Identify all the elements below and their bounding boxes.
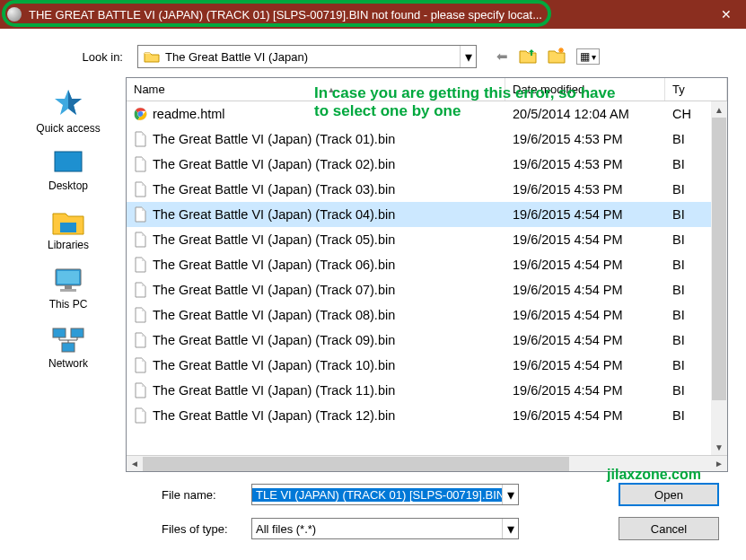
svg-rect-6 — [60, 223, 76, 232]
filter-value: All files (*.*) — [252, 522, 502, 536]
close-button[interactable]: ✕ — [706, 0, 746, 29]
filter-combo[interactable]: All files (*.*) ▾ — [251, 518, 519, 539]
column-type[interactable]: Ty — [665, 78, 727, 101]
filename-input[interactable]: TLE VI (JAPAN) (TRACK 01) [SLPS-00719].B… — [251, 484, 519, 505]
file-date: 19/6/2015 4:54 PM — [505, 408, 665, 423]
filter-label: Files of type: — [0, 522, 242, 536]
desktop-icon — [50, 149, 86, 178]
titlebar: THE GREAT BATTLE VI (JAPAN) (TRACK 01) [… — [0, 0, 746, 29]
file-row[interactable]: The Great Battle VI (Japan) (Track 03).b… — [127, 177, 727, 202]
look-in-dropdown-arrow[interactable]: ▾ — [460, 46, 476, 67]
scroll-right-icon[interactable]: ► — [711, 456, 727, 472]
file-name: The Great Battle VI (Japan) (Track 01).b… — [127, 131, 505, 147]
file-row[interactable]: The Great Battle VI (Japan) (Track 11).b… — [127, 378, 727, 403]
place-label: Libraries — [48, 239, 89, 251]
filter-dropdown-arrow[interactable]: ▾ — [502, 519, 518, 538]
file-name: The Great Battle VI (Japan) (Track 11).b… — [127, 382, 505, 398]
network-icon — [49, 325, 87, 355]
file-date: 19/6/2015 4:54 PM — [505, 333, 665, 347]
file-row[interactable]: The Great Battle VI (Japan) (Track 07).b… — [127, 277, 727, 302]
file-row[interactable]: The Great Battle VI (Japan) (Track 04).b… — [127, 202, 727, 227]
svg-rect-10 — [60, 289, 76, 292]
file-date: 19/6/2015 4:54 PM — [505, 232, 665, 247]
file-row[interactable]: The Great Battle VI (Japan) (Track 05).b… — [127, 227, 727, 252]
file-row[interactable]: The Great Battle VI (Japan) (Track 08).b… — [127, 302, 727, 328]
sort-asc-icon: ▲ — [327, 85, 335, 94]
quick-access-icon — [50, 88, 86, 120]
look-in-label: Look in: — [0, 50, 130, 64]
scroll-left-icon[interactable]: ◄ — [127, 456, 143, 472]
file-row[interactable]: The Great Battle VI (Japan) (Track 10).b… — [127, 353, 727, 378]
file-date: 19/6/2015 4:54 PM — [505, 308, 665, 322]
file-date: 19/6/2015 4:54 PM — [505, 358, 665, 372]
scroll-thumb[interactable] — [712, 118, 726, 400]
file-row[interactable]: The Great Battle VI (Japan) (Track 09).b… — [127, 328, 727, 353]
place-label: Desktop — [48, 179, 88, 192]
file-date: 19/6/2015 4:53 PM — [505, 132, 665, 146]
filename-value: TLE VI (JAPAN) (TRACK 01) [SLPS-00719].B… — [252, 488, 502, 502]
app-icon — [7, 7, 22, 22]
svg-rect-8 — [57, 271, 79, 284]
svg-rect-9 — [65, 285, 72, 289]
place-label: Network — [48, 357, 88, 370]
filename-label: File name: — [0, 488, 242, 502]
place-this-pc[interactable]: This PC — [11, 260, 126, 316]
file-name: The Great Battle VI (Japan) (Track 09).b… — [127, 332, 505, 348]
svg-rect-12 — [71, 328, 83, 337]
svg-rect-13 — [62, 343, 75, 352]
place-quick-access[interactable]: Quick access — [11, 83, 126, 140]
file-date: 19/6/2015 4:54 PM — [505, 383, 665, 398]
nav-toolbar: ⬅ ▦▾ — [496, 48, 600, 66]
file-row[interactable]: readme.html20/5/2014 12:04 AMCH — [127, 101, 727, 127]
file-name: readme.html — [127, 106, 505, 122]
column-name[interactable]: Name▲ — [127, 78, 505, 101]
file-date: 20/5/2014 12:04 AM — [505, 107, 665, 121]
file-row[interactable]: The Great Battle VI (Japan) (Track 12).b… — [127, 403, 727, 428]
file-row[interactable]: The Great Battle VI (Japan) (Track 06).b… — [127, 252, 727, 277]
scroll-down-icon[interactable]: ▼ — [711, 439, 727, 455]
file-list: Name▲ Date modified Ty readme.html20/5/2… — [126, 77, 728, 472]
this-pc-icon — [49, 266, 87, 296]
watermark: jilaxzone.com — [607, 467, 701, 483]
nav-up-icon[interactable] — [519, 48, 537, 66]
file-name: The Great Battle VI (Japan) (Track 07).b… — [127, 282, 505, 298]
place-libraries[interactable]: Libraries — [11, 201, 126, 257]
open-button[interactable]: Open — [619, 483, 719, 506]
file-name: The Great Battle VI (Japan) (Track 12).b… — [127, 407, 505, 424]
folder-icon — [144, 50, 160, 63]
file-name: The Great Battle VI (Japan) (Track 05).b… — [127, 232, 505, 248]
place-network[interactable]: Network — [11, 319, 126, 375]
vertical-scrollbar[interactable]: ▲ ▼ — [711, 101, 727, 455]
file-date: 19/6/2015 4:53 PM — [505, 182, 665, 197]
nav-back-icon[interactable]: ⬅ — [496, 48, 508, 65]
window-title: THE GREAT BATTLE VI (JAPAN) (TRACK 01) [… — [29, 8, 706, 22]
file-name: The Great Battle VI (Japan) (Track 03).b… — [127, 181, 505, 197]
file-name: The Great Battle VI (Japan) (Track 06).b… — [127, 257, 505, 273]
nav-view-menu-icon[interactable]: ▦▾ — [576, 48, 600, 65]
svg-rect-4 — [55, 152, 82, 171]
file-date: 19/6/2015 4:54 PM — [505, 207, 665, 222]
svg-rect-11 — [53, 328, 66, 337]
places-bar: Quick access Desktop Libraries This PC N… — [11, 77, 126, 472]
column-date[interactable]: Date modified — [505, 78, 665, 101]
filename-dropdown-arrow[interactable]: ▾ — [502, 485, 518, 504]
file-name: The Great Battle VI (Japan) (Track 02).b… — [127, 156, 505, 172]
scroll-up-icon[interactable]: ▲ — [711, 101, 727, 118]
file-name: The Great Battle VI (Japan) (Track 08).b… — [127, 307, 505, 323]
look-in-row: Look in: The Great Battle VI (Japan) ▾ ⬅… — [0, 29, 746, 77]
cancel-button[interactable]: Cancel — [619, 517, 719, 540]
file-list-header: Name▲ Date modified Ty — [127, 78, 727, 101]
look-in-combo[interactable]: The Great Battle VI (Japan) ▾ — [137, 45, 477, 68]
place-desktop[interactable]: Desktop — [11, 144, 126, 197]
file-date: 19/6/2015 4:54 PM — [505, 258, 665, 272]
look-in-value: The Great Battle VI (Japan) — [165, 50, 460, 64]
scroll-thumb[interactable] — [143, 457, 569, 471]
file-row[interactable]: The Great Battle VI (Japan) (Track 01).b… — [127, 127, 727, 152]
libraries-icon — [49, 206, 87, 237]
file-row[interactable]: The Great Battle VI (Japan) (Track 02).b… — [127, 152, 727, 177]
file-date: 19/6/2015 4:54 PM — [505, 283, 665, 297]
place-label: This PC — [49, 298, 88, 311]
place-label: Quick access — [36, 122, 100, 135]
nav-new-folder-icon[interactable] — [548, 48, 566, 66]
file-name: The Great Battle VI (Japan) (Track 10).b… — [127, 357, 505, 373]
